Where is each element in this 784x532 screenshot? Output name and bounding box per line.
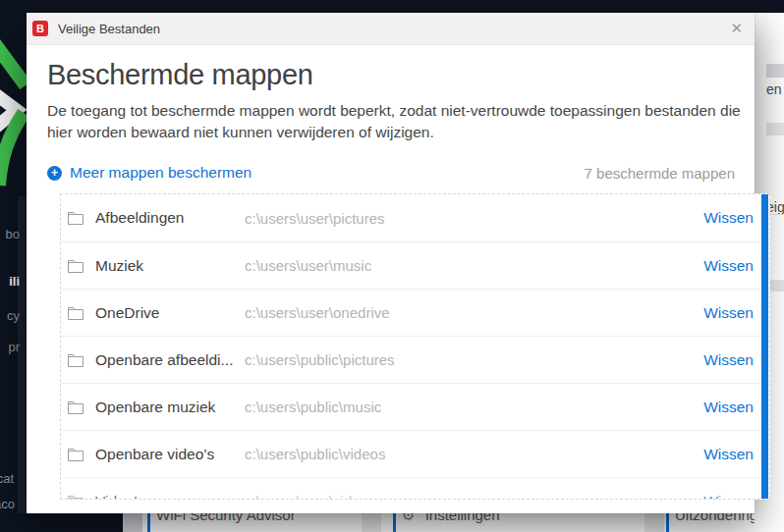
add-folders-button[interactable]: + Meer mappen beschermen [47,164,252,182]
folder-icon [68,306,84,320]
page-description: De toegang tot beschermde mappen wordt b… [47,100,747,143]
folder-name: Muziek [95,257,245,275]
clear-folder-button[interactable]: Wissen [703,493,754,501]
add-folders-label: Meer mappen beschermen [70,164,252,182]
folder-row: Muziek c:\users\user\music Wissen [61,241,769,289]
sidebar-item-fragment[interactable]: pr [0,340,20,354]
tab-indicator [666,513,669,532]
veilige-bestanden-dialog: B Veilige Bestanden ✕ Beschermde mappen … [27,13,755,513]
folder-name: Openbare video’s [95,446,245,463]
sidebar-item-fragment[interactable]: bo [0,227,20,241]
background-tab-strip: WiFi Security Advisor ⚙ Instellingen Uit… [123,513,784,532]
actions-row: + Meer mappen beschermen 7 beschermde ma… [47,163,735,183]
background-scrollbar[interactable] [123,513,142,532]
folder-icon [68,353,84,367]
sidebar-item-fragment[interactable]: cy [0,308,20,323]
close-icon[interactable]: ✕ [726,18,747,39]
folder-row: OneDrive c:\users\user\onedrive Wissen [61,289,769,336]
tab-indicator [393,513,396,532]
sidebar-item-fragment[interactable]: cat [0,471,14,486]
folder-row: Openbare video’s c:\users\public\videos … [61,430,769,477]
folder-path: c:\users\public\music [245,399,703,415]
clear-folder-button[interactable]: Wissen [703,304,754,322]
folder-row: Afbeeldingen c:\users\user\pictures Wiss… [61,194,769,241]
clear-folder-button[interactable]: Wissen [703,446,754,463]
folder-icon [68,259,84,273]
folder-name: Openbare muziek [95,399,245,416]
tab-indicator [147,513,150,532]
clear-folder-button[interactable]: Wissen [703,399,754,416]
folder-name: OneDrive [95,304,245,322]
clear-folder-button[interactable]: Wissen [703,257,754,275]
folder-row: Openbare afbeeldi... c:\users\public\pic… [61,336,769,383]
folder-name: Openbare afbeeldi... [95,351,245,369]
folder-row: Video’s c:\users\user\videos Wissen [61,477,769,500]
folder-path: c:\users\user\pictures [245,210,703,227]
sidebar-item-fragment-active[interactable]: ili [0,274,20,289]
dialog-title: Veilige Bestanden [58,22,160,36]
page-title: Beschermde mappen [47,58,735,91]
protected-folders-count: 7 beschermde mappen [585,165,735,182]
sidebar-item-fragment[interactable]: aco [0,497,14,511]
bitdefender-logo-icon: B [32,21,48,36]
folder-row: Openbare muziek c:\users\public\music Wi… [61,383,769,430]
folder-icon [68,211,84,225]
folder-path: c:\users\user\music [245,257,703,274]
dialog-content: Beschermde mappen De toegang tot bescher… [27,45,755,500]
background-button-fragment [766,123,784,135]
bitdefender-swoosh-art [0,13,28,209]
folder-name: Video’s [95,493,245,501]
tab-separator [644,513,664,532]
clear-folder-button[interactable]: Wissen [703,351,754,369]
folder-icon [68,448,84,461]
folder-name: Afbeeldingen [95,209,245,227]
folder-path: c:\users\user\videos [245,493,703,500]
folder-path: c:\users\user\onedrive [245,304,703,321]
folder-icon [68,495,84,501]
folder-path: c:\users\public\videos [245,446,703,462]
plus-icon: + [47,166,62,181]
dialog-titlebar: B Veilige Bestanden ✕ [27,13,755,45]
scrollbar-thumb[interactable] [761,194,768,499]
background-button-fragment [766,64,784,78]
folder-path: c:\users\public\pictures [245,351,703,368]
folder-icon [68,400,84,414]
protected-folders-list: Afbeeldingen c:\users\user\pictures Wiss… [60,193,770,500]
tab-separator [362,513,381,532]
clear-folder-button[interactable]: Wissen [703,209,754,227]
background-text-fragment: en [766,81,782,97]
